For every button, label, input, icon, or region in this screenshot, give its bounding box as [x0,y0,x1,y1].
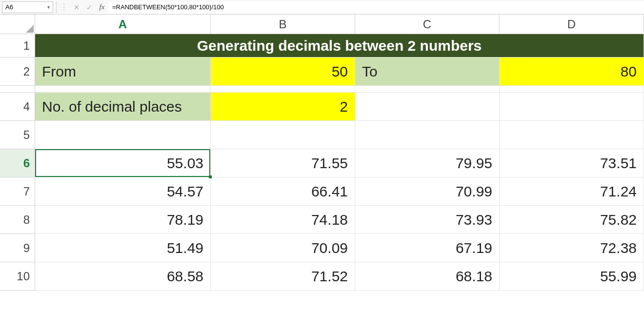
column-header-C[interactable]: C [355,15,500,34]
cell-D6[interactable]: 73.51 [500,149,644,177]
formula-bar: A6 ▾ ⋮ ✕ ✓ fx =RANDBETWEEN(50*100,80*100… [0,0,644,15]
cell-D5[interactable] [500,121,644,149]
cell-D7[interactable]: 71.24 [500,177,644,206]
row-header-5[interactable]: 5 [0,121,35,149]
cell-B7[interactable]: 66.41 [211,177,355,206]
row-header-6[interactable]: 6 [0,149,35,177]
cell-C6[interactable]: 79.95 [355,149,500,177]
cell-D10[interactable]: 55.99 [500,262,644,291]
cell-D2[interactable]: 80 [500,58,644,86]
cell-C4[interactable] [355,93,500,121]
row-header-7[interactable]: 7 [0,177,35,206]
cell-A10[interactable]: 68.58 [35,262,211,291]
cell-A5[interactable] [35,121,211,149]
row-header-1[interactable]: 1 [0,34,35,58]
cell-A4[interactable]: No. of decimal places [35,93,211,121]
more-icon[interactable]: ⋮ [58,1,70,13]
formula-input[interactable]: =RANDBETWEEN(50*100,80*100)/100 [108,1,644,13]
cell-C8[interactable]: 73.93 [355,206,500,234]
row-header-8[interactable]: 8 [0,206,35,234]
separator [56,1,57,13]
cell-B10[interactable]: 71.52 [211,262,355,291]
cell-C3[interactable] [355,86,500,93]
cell-A3[interactable] [35,86,211,93]
spreadsheet-grid: A B C D 1 Generating decimals between 2 … [0,15,644,291]
cell-D3[interactable] [500,86,644,93]
cell-D9[interactable]: 72.38 [500,234,644,262]
column-header-D[interactable]: D [500,15,644,34]
cell-A9[interactable]: 51.49 [35,234,211,262]
row-header-9[interactable]: 9 [0,234,35,262]
column-header-A[interactable]: A [35,15,211,34]
cell-A6[interactable]: 55.03 [35,149,211,177]
cell-B5[interactable] [211,121,355,149]
cell-B3[interactable] [211,86,355,93]
cell-A2[interactable]: From [35,58,211,86]
chevron-down-icon[interactable]: ▾ [47,4,50,10]
row-header-3[interactable] [0,86,35,93]
cell-C2[interactable]: To [355,58,500,86]
row-header-10[interactable]: 10 [0,262,35,291]
cancel-icon[interactable]: ✕ [71,1,82,13]
select-all-triangle[interactable] [0,15,35,34]
cell-B9[interactable]: 70.09 [211,234,355,262]
cell-C10[interactable]: 68.18 [355,262,500,291]
cell-B6[interactable]: 71.55 [211,149,355,177]
row-header-2[interactable]: 2 [0,58,35,86]
cell-A7[interactable]: 54.57 [35,177,211,206]
name-box-value: A6 [5,3,13,11]
column-header-B[interactable]: B [211,15,355,34]
fx-icon[interactable]: fx [96,1,108,13]
cell-C7[interactable]: 70.99 [355,177,500,206]
cell-C9[interactable]: 67.19 [355,234,500,262]
cell-B2[interactable]: 50 [211,58,355,86]
cell-B8[interactable]: 74.18 [211,206,355,234]
title-cell[interactable]: Generating decimals between 2 numbers [35,34,644,58]
cell-B4[interactable]: 2 [211,93,355,121]
enter-icon[interactable]: ✓ [83,1,95,13]
cell-C5[interactable] [355,121,500,149]
name-box[interactable]: A6 ▾ [2,1,53,13]
cell-D4[interactable] [500,93,644,121]
cell-D8[interactable]: 75.82 [500,206,644,234]
row-header-4[interactable]: 4 [0,93,35,121]
cell-A8[interactable]: 78.19 [35,206,211,234]
